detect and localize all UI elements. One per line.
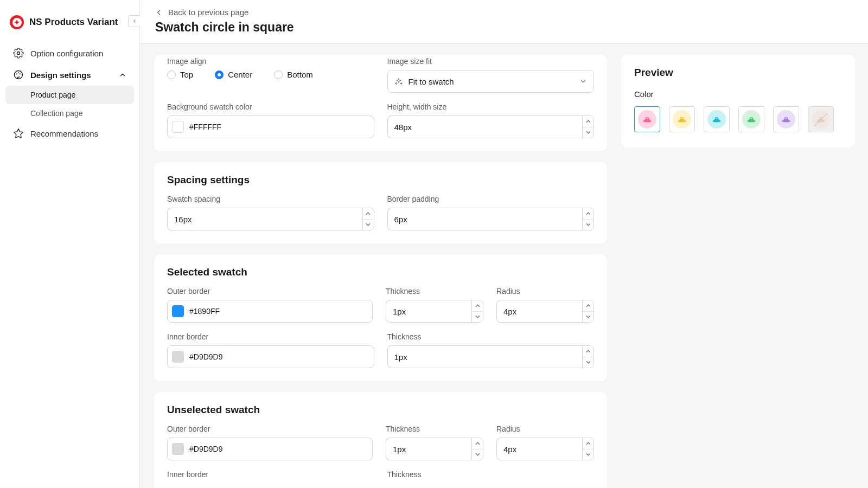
page-header: Back to previous page Swatch circle in s… [140,0,868,44]
spinner-down[interactable] [583,127,593,138]
svg-point-8 [750,118,753,119]
svg-point-2 [16,73,17,74]
image-align-label: Image align [167,57,374,66]
image-fit-select[interactable]: Fit to swatch [387,70,595,93]
caret-down-icon [586,223,591,226]
nav-option-configuration[interactable]: Option configuration [5,42,134,64]
brand-logo [10,15,24,29]
caret-down-icon [586,361,591,364]
nav-sub-collection-page[interactable]: Collection page [5,104,134,123]
border-padding-input[interactable]: 6px [387,208,595,230]
selected-radius-input[interactable]: 4px [496,300,594,323]
radio-bottom[interactable]: Bottom [274,70,313,79]
spinner-down[interactable] [583,450,593,460]
preview-swatch[interactable] [738,106,764,132]
nav-recommendations[interactable]: Recommendations [5,123,134,144]
caret-up-icon [586,350,591,353]
compass-icon [14,19,20,25]
spinner-down[interactable] [363,220,374,230]
spinner-up[interactable] [363,208,374,220]
chevron-left-icon [155,9,163,16]
chevron-left-icon [132,18,137,24]
unselected-radius-input[interactable]: 4px [496,438,594,460]
swatch-spacing-label: Swatch spacing [167,195,374,203]
svg-point-4 [20,73,21,74]
nav-sub-product-page[interactable]: Product page [5,86,134,104]
radius-label: Radius [496,287,594,296]
bg-color-input[interactable]: #FFFFFF [167,115,374,138]
svg-point-0 [17,52,20,55]
color-value: #D9D9D9 [189,352,222,361]
spinner-up[interactable] [583,346,593,357]
radio-top[interactable]: Top [167,70,193,79]
image-fit-label: Image size fit [387,57,595,66]
back-link[interactable]: Back to previous page [155,8,853,17]
spinner-up[interactable] [583,116,593,127]
spinner-up[interactable] [583,300,593,312]
thickness-label: Thickness [386,287,483,296]
unselected-outer-color-input[interactable]: #D9D9D9 [167,438,373,460]
preview-panel: Preview Color [621,44,868,488]
nav-item-label: Design settings [30,70,91,80]
outer-border-label: Outer border [167,287,373,296]
caret-up-icon [475,304,480,307]
swatch-spacing-input[interactable]: 16px [167,208,374,230]
spinner-up[interactable] [583,208,593,220]
thickness-label: Thickness [387,332,595,341]
sidebar-collapse-button[interactable] [128,15,140,27]
radio-center[interactable]: Center [215,70,252,79]
svg-point-9 [784,118,788,119]
spinner-down[interactable] [583,312,593,323]
image-align-radios: Top Center Bottom [167,70,374,79]
selected-outer-thickness-input[interactable]: 1px [386,300,483,323]
preview-swatch[interactable] [773,106,799,132]
unselected-outer-thickness-input[interactable]: 1px [386,438,483,460]
thickness-label: Thickness [386,425,483,433]
spinner-down[interactable] [472,450,483,460]
preview-swatch[interactable] [704,106,730,132]
spinner-up[interactable] [472,438,483,450]
size-input[interactable]: 48px [387,115,595,138]
section-selected-swatch: Selected swatch Outer border #1890FF Thi… [154,254,607,381]
section-image: Image align Top Center Bottom Image size… [154,55,607,151]
chevron-down-icon [579,78,587,85]
product-icon [780,115,792,123]
selected-inner-thickness-input[interactable]: 1px [387,345,595,368]
nav-item-label: Option configuration [30,49,103,58]
svg-point-10 [819,118,822,119]
brand-name: NS Products Variant [29,17,118,28]
spinner-up[interactable] [583,438,593,450]
brand-row: NS Products Variant [0,0,139,42]
inner-border-label: Inner border [167,332,374,341]
color-value: #1890FF [189,307,220,316]
product-icon [711,115,723,123]
selected-inner-color-input[interactable]: #D9D9D9 [167,345,374,368]
palette-icon [13,69,24,80]
caret-down-icon [366,223,371,226]
nav-design-settings[interactable]: Design settings [5,64,134,86]
star-icon [13,128,24,139]
svg-point-5 [646,118,649,119]
caret-up-icon [366,212,371,215]
preview-swatch-row [634,106,842,132]
product-icon [641,115,653,123]
spinner-down[interactable] [472,312,483,323]
section-spacing: Spacing settings Swatch spacing 16px Bor… [154,162,607,243]
size-label: Height, width size [387,102,595,111]
page-title: Swatch circle in square [155,20,853,35]
preview-swatch[interactable] [634,106,660,132]
product-icon [676,115,688,123]
gear-icon [13,48,24,59]
preview-title: Preview [634,67,842,79]
caret-up-icon [586,304,591,307]
spinner-down[interactable] [583,357,593,368]
spinner-down[interactable] [583,220,593,230]
color-value: #D9D9D9 [189,445,222,453]
sparkle-icon [394,77,403,86]
spinner-up[interactable] [472,300,483,312]
preview-swatch[interactable] [669,106,695,132]
caret-up-icon [586,212,591,215]
back-link-label: Back to previous page [168,8,248,17]
product-icon [745,115,757,123]
selected-outer-color-input[interactable]: #1890FF [167,300,373,323]
